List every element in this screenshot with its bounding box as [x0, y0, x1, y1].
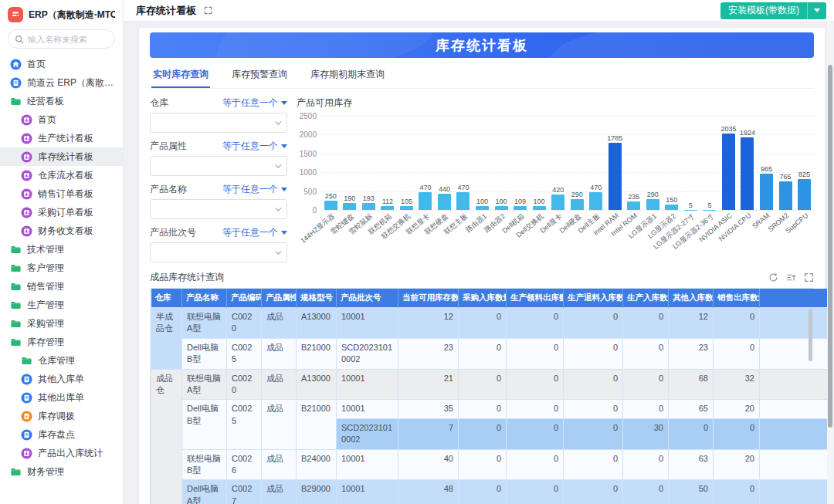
fullscreen-icon[interactable]	[804, 272, 814, 282]
sidebar-item[interactable]: 首页	[0, 110, 123, 129]
chevron-down-icon	[275, 161, 281, 167]
bar-SROM2: 765 SROM2	[776, 116, 795, 210]
table-cell: 0	[564, 338, 623, 369]
sidebar-item[interactable]: 库存管理	[0, 333, 123, 351]
sidebar-item-label: 客户管理	[27, 262, 64, 275]
refresh-icon[interactable]	[768, 272, 778, 282]
table-row[interactable]: Dell电脑B型C0025成品B21000100013500006520	[151, 400, 829, 418]
bar-chart: 05001000150020002500 250 144HZ显示器190 雷蛇键…	[297, 116, 814, 210]
table-cell: 0	[459, 449, 507, 480]
bar-value: 965	[761, 165, 772, 173]
sidebar-item[interactable]: 财务收支看板	[0, 222, 123, 240]
table-row[interactable]: 半成品仓联想电脑A型C0020成品A1300010001120000120	[151, 308, 829, 339]
bar-LG显示器2-36寸: 5 LG显示器2-36寸	[700, 116, 720, 210]
sidebar-search[interactable]	[8, 29, 115, 49]
sidebar-item[interactable]: 库存统计看板	[0, 147, 123, 166]
table-cell: 联想电脑B型	[182, 449, 227, 480]
filter-operator[interactable]: 等于任意一个	[222, 183, 287, 196]
bar-value: 100	[476, 198, 488, 205]
expand-icon[interactable]	[204, 6, 212, 15]
sidebar-item[interactable]: 财务管理	[0, 462, 123, 481]
sidebar-item[interactable]: 技术管理	[0, 240, 123, 259]
table-cell: 成品	[262, 480, 297, 504]
tab[interactable]: 实时库存查询	[151, 61, 210, 88]
table-cell: 0	[507, 369, 564, 400]
filter-operator[interactable]: 等于任意一个	[222, 226, 287, 239]
sidebar-item[interactable]: 经营看板	[0, 92, 123, 110]
table-row[interactable]: Dell电脑A型C0027成品B2900010001480000500	[151, 480, 829, 504]
column-header: 生产领料出库数量	[507, 289, 564, 308]
table-cell: 0	[507, 338, 564, 369]
filter-select[interactable]	[150, 242, 287, 262]
tab[interactable]: 库存期初期末查询	[309, 61, 386, 88]
filter-select[interactable]	[150, 113, 287, 133]
install-template-label: 安装模板(带数据)	[720, 2, 807, 19]
sidebar-item[interactable]: 采购订单看板	[0, 203, 123, 222]
bar-value: 5	[689, 201, 693, 209]
filter-select[interactable]	[150, 156, 287, 176]
sidebar-item[interactable]: 客户管理	[0, 259, 123, 277]
tab[interactable]: 库存预警查询	[230, 61, 289, 88]
sidebar-item[interactable]: 其他入库单	[0, 370, 123, 388]
sidebar-item-label: 采购管理	[27, 317, 64, 330]
column-header: 生产退料入库数量	[564, 289, 623, 308]
bar-value: 470	[419, 184, 431, 191]
sidebar-item[interactable]: 简道云 ERP（离散制造-MTO）…	[0, 73, 123, 92]
table-cell: 30	[623, 418, 669, 449]
sidebar-item-label: 仓库流水看板	[38, 169, 93, 182]
bar	[589, 192, 602, 210]
table-cell: 20	[714, 400, 760, 418]
column-header: 其他入库数量	[669, 289, 714, 308]
table-cell: 10001	[337, 480, 398, 504]
table-cell: 10001	[337, 308, 398, 339]
sort-icon[interactable]	[786, 272, 796, 282]
home-icon	[10, 59, 22, 70]
chevron-down-icon	[275, 248, 281, 254]
table-row[interactable]: 成品仓联想电脑A型C0020成品A13000100012100006832	[151, 369, 829, 400]
table-cell: 0	[714, 308, 760, 339]
sidebar-item-label: 生产统计看板	[38, 132, 93, 145]
dash-icon	[21, 188, 32, 200]
table-cell: 0	[564, 308, 623, 339]
sidebar-item[interactable]: 仓库管理	[0, 351, 123, 370]
finished-goods-section: 成品库存统计查询	[150, 271, 814, 504]
table-cell: 成品	[262, 308, 297, 339]
filter-operator[interactable]: 等于任意一个	[222, 96, 287, 110]
bar-value: 825	[798, 171, 810, 178]
install-dropdown-toggle[interactable]	[807, 2, 826, 19]
bar-value: 440	[439, 185, 450, 193]
table-row[interactable]: 联想电脑B型C0026成品B24000100014000006320	[151, 449, 829, 480]
sidebar-item[interactable]: 销售订单看板	[0, 184, 123, 203]
sidebar-item[interactable]: 库存盘点	[0, 425, 123, 444]
dashboard-card: 库存统计看板 实时库存查询库存预警查询库存期初期末查询 仓库 等于任意一个 产品…	[139, 28, 825, 504]
table-cell: 0	[623, 449, 669, 480]
sidebar-item-label: 销售订单看板	[38, 188, 93, 201]
sidebar-item[interactable]: 首页	[0, 55, 123, 73]
filter-operator[interactable]: 等于任意一个	[222, 140, 287, 153]
install-template-button[interactable]: 安装模板(带数据)	[720, 2, 826, 19]
sidebar-item[interactable]: 生产管理	[0, 296, 123, 314]
table-cell: 0	[623, 338, 669, 369]
sidebar-item[interactable]: 其他出库单	[0, 388, 123, 407]
table-cell: 0	[714, 480, 760, 504]
sidebar-item[interactable]: 仓库流水看板	[0, 166, 123, 184]
sidebar-item[interactable]: 生产统计看板	[0, 129, 123, 147]
sidebar-item[interactable]: 产品出入库统计	[0, 444, 123, 462]
bar-联想机箱: 112 联想机箱	[378, 116, 398, 210]
bar	[760, 174, 773, 210]
sidebar-item[interactable]: 采购管理	[0, 314, 123, 333]
filter-select[interactable]	[150, 199, 287, 219]
dash-icon	[21, 114, 32, 126]
table-scrollbar[interactable]	[809, 309, 812, 361]
table-row[interactable]: Dell电脑B型C0025成品B21000SCD2023101000223000…	[151, 338, 829, 369]
sidebar-item[interactable]: 库存调拨	[0, 407, 123, 425]
sidebar-item-label: 财务管理	[27, 465, 64, 479]
search-input[interactable]	[28, 35, 108, 44]
bar	[456, 192, 470, 210]
sidebar-item[interactable]: 销售管理	[0, 277, 123, 296]
page-scrollbar[interactable]	[827, 22, 833, 504]
scrollbar-thumb[interactable]	[828, 65, 832, 428]
bar-144HZ显示器: 250 144HZ显示器	[321, 116, 341, 210]
table-cell: 0	[459, 418, 507, 449]
odoc-icon	[21, 411, 32, 422]
